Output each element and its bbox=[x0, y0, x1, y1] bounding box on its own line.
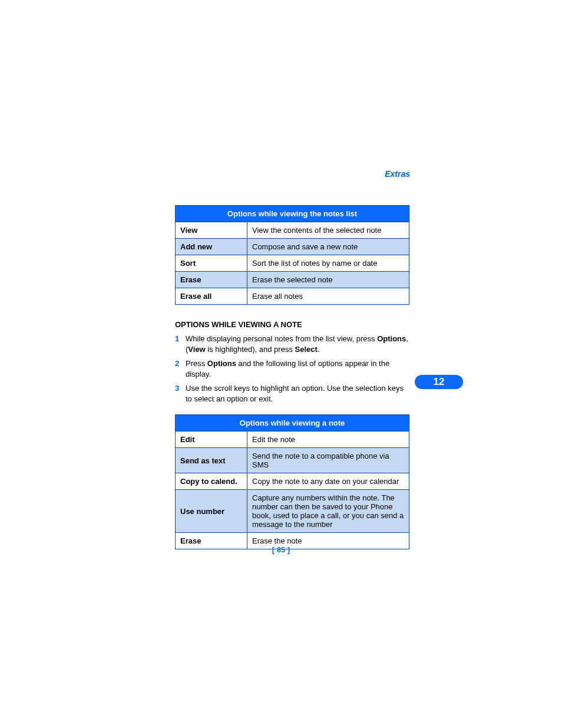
table-row: Edit Edit the note bbox=[176, 431, 409, 448]
page-content: Options while viewing the notes list Vie… bbox=[175, 205, 409, 549]
list-item: 2 Press Options and the following list o… bbox=[175, 358, 409, 379]
table-row: View View the contents of the selected n… bbox=[176, 222, 409, 239]
step-number: 3 bbox=[175, 383, 186, 404]
table-row: Add new Compose and save a new note bbox=[176, 239, 409, 255]
option-name: Edit bbox=[176, 431, 247, 448]
step-text: Press Options and the following list of … bbox=[186, 358, 409, 379]
option-desc: View the contents of the selected note bbox=[247, 222, 409, 239]
step-text: Use the scroll keys to highlight an opti… bbox=[186, 383, 409, 404]
option-name: Erase all bbox=[176, 288, 247, 305]
option-desc: Capture any numbers within the note. The… bbox=[247, 490, 409, 533]
table-row: Copy to calend. Copy the note to any dat… bbox=[176, 473, 409, 490]
option-name: Use number bbox=[176, 490, 247, 533]
table-row: Use number Capture any numbers within th… bbox=[176, 490, 409, 533]
option-name: Erase bbox=[176, 272, 247, 288]
step-number: 2 bbox=[175, 358, 186, 379]
option-desc: Erase the selected note bbox=[247, 272, 409, 288]
list-item: 1 While displaying personal notes from t… bbox=[175, 334, 409, 354]
table-title: Options while viewing the notes list bbox=[176, 206, 409, 222]
step-list: 1 While displaying personal notes from t… bbox=[175, 334, 409, 404]
table-row: Erase all Erase all notes bbox=[176, 288, 409, 305]
section-header: Extras bbox=[385, 169, 410, 179]
option-name: Send as text bbox=[176, 448, 247, 473]
option-desc: Send the note to a compatible phone via … bbox=[247, 448, 409, 473]
option-desc: Edit the note bbox=[247, 431, 409, 448]
option-desc: Copy the note to any date on your calend… bbox=[247, 473, 409, 490]
option-name: Sort bbox=[176, 255, 247, 272]
list-item: 3 Use the scroll keys to highlight an op… bbox=[175, 383, 409, 404]
option-name: Add new bbox=[176, 239, 247, 255]
chapter-tab: 12 bbox=[415, 375, 463, 389]
table-row: Erase Erase the selected note bbox=[176, 272, 409, 288]
option-desc: Sort the list of notes by name or date bbox=[247, 255, 409, 272]
option-desc: Erase all notes bbox=[247, 288, 409, 305]
manual-page: Extras Options while viewing the notes l… bbox=[0, 0, 562, 728]
options-note-table: Options while viewing a note Edit Edit t… bbox=[175, 414, 409, 549]
section-title: OPTIONS WHILE VIEWING A NOTE bbox=[175, 320, 409, 329]
option-name: View bbox=[176, 222, 247, 239]
options-list-table: Options while viewing the notes list Vie… bbox=[175, 205, 409, 305]
step-text: While displaying personal notes from the… bbox=[186, 334, 409, 354]
page-number: [ 85 ] bbox=[0, 545, 562, 554]
option-desc: Compose and save a new note bbox=[247, 239, 409, 255]
table-title: Options while viewing a note bbox=[176, 415, 409, 431]
step-number: 1 bbox=[175, 334, 186, 354]
table-row: Sort Sort the list of notes by name or d… bbox=[176, 255, 409, 272]
option-name: Copy to calend. bbox=[176, 473, 247, 490]
table-row: Send as text Send the note to a compatib… bbox=[176, 448, 409, 473]
